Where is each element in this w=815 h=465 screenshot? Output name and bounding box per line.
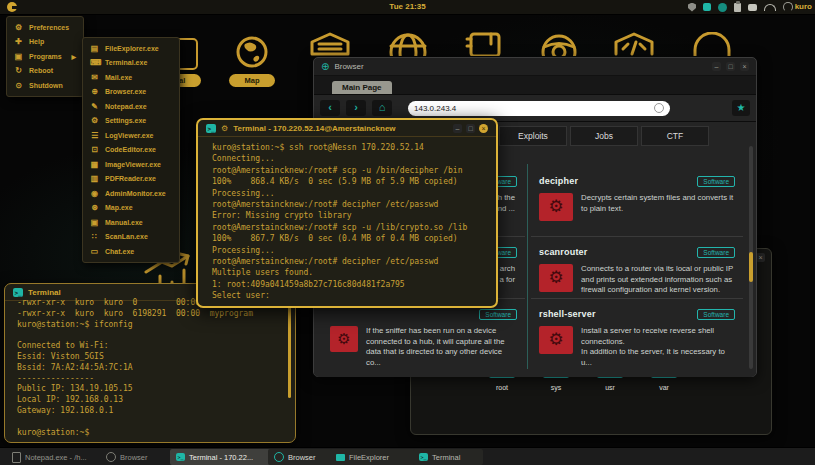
submenu-label: AdminMonitor.exe [105, 190, 166, 197]
desktop-icon-admin[interactable] [537, 32, 581, 60]
menu-item-programs[interactable]: ▣ Programs ▶ [7, 49, 83, 64]
submenu-item-manual[interactable]: ▣Manual.exe [83, 215, 179, 230]
desktop-context-menu: ⚙ Preferences ✚ Help ▣ Programs ▶ ↻ Rebo… [6, 16, 84, 97]
site-tab-jobs[interactable]: Jobs [570, 126, 638, 146]
forward-button[interactable]: › [346, 100, 366, 116]
minimize-button[interactable]: – [453, 124, 462, 133]
submenu-item-fileexplorer[interactable]: ▤FileExplorer.exe [83, 41, 179, 56]
clipboard-icon[interactable] [734, 3, 741, 12]
menu-label: Reboot [29, 67, 53, 74]
desktop-icon-map[interactable]: Map [232, 36, 275, 87]
scanlan-icon: ∷ [90, 232, 99, 241]
submenu-item-map[interactable]: ⊛Map.exe [83, 201, 179, 216]
submenu-item-pdfreader[interactable]: ▥PDFReader.exe [83, 172, 179, 187]
app-circle-icon[interactable] [718, 3, 727, 12]
software-description: Connects to a router via its local or pu… [581, 264, 733, 296]
back-button[interactable]: ‹ [320, 100, 340, 116]
terminal-small-output[interactable]: -rwxr-xr-x kuro kuro 0 00:00 -rwxr-xr-x … [17, 298, 283, 438]
submenu-label: FileExplorer.exe [105, 45, 159, 52]
terminal-main-output[interactable]: kuro@station:~$ ssh root@Nessn 170.220.5… [212, 142, 488, 302]
submenu-item-scanlan[interactable]: ∷ScanLan.exe [83, 230, 179, 245]
maximize-button[interactable]: □ [466, 124, 475, 133]
shield-icon[interactable] [688, 3, 696, 12]
minimize-button[interactable]: – [712, 62, 721, 71]
url-bar[interactable]: 143.0.243.4 [408, 101, 670, 116]
folder-label: sys [543, 384, 569, 391]
submenu-item-logviewer[interactable]: ☰LogViewer.exe [83, 128, 179, 143]
settings-icon: ⚙ [90, 116, 99, 125]
submenu-item-codeeditor[interactable]: ⊡CodeEditor.exe [83, 143, 179, 158]
taskbar-label: FileExplorer [349, 453, 389, 462]
submenu-label: ImageViewer.exe [105, 161, 161, 168]
terminal-icon: >_ [13, 288, 23, 297]
chat-icon: ▭ [90, 247, 99, 256]
desktop-icon-manual[interactable] [463, 32, 505, 60]
window-icon: ▣ [14, 52, 23, 61]
manual-icon: ▣ [90, 218, 99, 227]
desktop-icon-chat[interactable] [690, 32, 734, 60]
site-tab-ctf[interactable]: CTF [641, 126, 709, 146]
maximize-button[interactable]: □ [726, 62, 735, 71]
software-gear-icon: ⚙ [539, 264, 573, 292]
bookmark-star-button[interactable]: ★ [732, 100, 750, 116]
browser-scrollbar-thumb[interactable] [749, 252, 753, 282]
terminal-window-main[interactable]: >_ ⚙ Terminal - 170.220.52.14@Amerstainc… [196, 118, 498, 308]
software-badge: Software [697, 176, 735, 187]
menu-label: Programs [29, 53, 62, 60]
software-card-scanrouter[interactable]: scanrouter Software ⚙ Connects to a rout… [531, 236, 743, 298]
submenu-label: Settings.exe [105, 117, 146, 124]
menu-item-shutdown[interactable]: ⊙ Shutdown [7, 78, 83, 93]
globe-map-icon [232, 36, 272, 70]
book-icon [463, 32, 505, 56]
username[interactable]: kuro [795, 2, 812, 11]
submenu-item-settings[interactable]: ⚙Settings.exe [83, 114, 179, 129]
software-card-rshell-server[interactable]: rshell-server Software ⚙ Install a serve… [531, 298, 743, 360]
taskbar-item-notepad[interactable]: Notepad.exe - /h... [6, 449, 104, 465]
taskbar-item-terminal-main[interactable]: >_ Terminal - 170.22... [170, 449, 274, 465]
submenu-arrow-icon: ▶ [71, 53, 76, 60]
terminal-icon: >_ [419, 453, 428, 461]
desktop-icon-codeeditor[interactable] [612, 32, 656, 60]
taskbar-item-browser-2[interactable]: Browser [268, 449, 336, 465]
window-title: Terminal [28, 288, 61, 297]
menu-item-help[interactable]: ✚ Help [7, 35, 83, 50]
browser-globe-icon [386, 32, 430, 56]
close-button[interactable]: × [740, 62, 749, 71]
taskbar: Notepad.exe - /h... Browser >_ Terminal … [0, 447, 815, 465]
submenu-item-chat[interactable]: ▭Chat.exe [83, 244, 179, 259]
close-button[interactable]: × [756, 253, 765, 262]
taskbar-item-terminal-2[interactable]: >_ Terminal [413, 449, 483, 465]
desktop-icon-browser[interactable] [386, 32, 430, 60]
submenu-item-adminmonitor[interactable]: ◉AdminMonitor.exe [83, 186, 179, 201]
taskbar-item-browser-1[interactable]: Browser [100, 449, 174, 465]
terminal-icon: ⌨ [90, 58, 99, 67]
menu-item-reboot[interactable]: ↻ Reboot [7, 64, 83, 79]
menu-item-preferences[interactable]: ⚙ Preferences [7, 20, 83, 35]
wifi-icon[interactable] [764, 4, 776, 11]
chat-bubble-icon[interactable] [748, 4, 757, 11]
software-gear-icon: ⚙ [330, 326, 358, 352]
browser-icon [274, 452, 284, 462]
software-card-decipher[interactable]: decipher Software ⚙ Decrypts certain sys… [531, 166, 743, 236]
taskbar-item-fileexplorer[interactable]: FileExplorer [330, 449, 418, 465]
terminal-small-scrollbar[interactable] [288, 306, 291, 398]
taskbar-label: Browser [288, 453, 316, 462]
home-button[interactable]: ⌂ [372, 100, 392, 116]
site-tab-exploits[interactable]: Exploits [499, 126, 567, 146]
terminal-main-titlebar[interactable]: >_ ⚙ Terminal - 170.220.52.14@Amerstainc… [198, 120, 496, 137]
folder-label: root [489, 384, 515, 391]
submenu-item-terminal[interactable]: ⌨Terminal.exe [83, 56, 179, 71]
submenu-item-imageviewer[interactable]: ▦ImageViewer.exe [83, 157, 179, 172]
submenu-item-mail[interactable]: ✉Mail.exe [83, 70, 179, 85]
submenu-item-browser[interactable]: ⊕Browser.exe [83, 85, 179, 100]
submenu-item-notepad[interactable]: ✎Notepad.exe [83, 99, 179, 114]
app-square-icon[interactable] [703, 3, 711, 11]
taskbar-label: Terminal [432, 453, 460, 462]
browser-tab-mainpage[interactable]: Main Page [332, 81, 392, 94]
close-button[interactable]: × [479, 124, 488, 133]
reload-icon[interactable] [654, 103, 664, 113]
desktop-icon-mail[interactable] [308, 32, 352, 60]
headset-icon[interactable] [783, 2, 793, 12]
url-text[interactable]: 143.0.243.4 [414, 104, 650, 113]
browser-titlebar[interactable]: ⊕ Browser – □ × [314, 58, 756, 76]
